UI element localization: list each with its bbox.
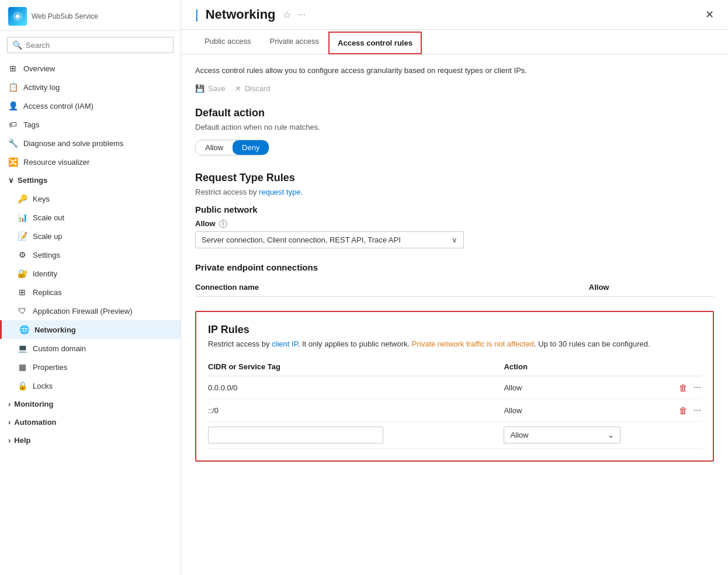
delete-row-button[interactable]: 🗑 xyxy=(679,406,688,415)
discard-button[interactable]: ✕ Discard xyxy=(235,84,271,93)
ip-rules-description: Restrict access by client IP. It only ap… xyxy=(208,340,701,348)
cidr-input[interactable] xyxy=(208,427,383,444)
request-type-rules-title: Request Type Rules xyxy=(195,172,714,184)
ip-rule-row: ::/0 Allow 🗑 ··· xyxy=(208,399,701,422)
sidebar-item-scale-up[interactable]: 📝 Scale up xyxy=(0,227,181,245)
sidebar-item-access-control[interactable]: 👤 Access control (IAM) xyxy=(0,96,181,115)
sidebar-item-label: Properties xyxy=(33,363,67,372)
sidebar-item-activity-log[interactable]: 📋 Activity log xyxy=(0,78,181,96)
allow-col: Allow xyxy=(589,278,714,297)
sidebar-item-label: Keys xyxy=(33,195,50,203)
save-button[interactable]: 💾 Save xyxy=(195,84,226,93)
sidebar-item-label: Activity log xyxy=(23,83,60,92)
chevron-down-icon: ∨ xyxy=(8,176,14,185)
replicas-icon: ⊞ xyxy=(18,288,27,297)
chevron-down-icon: ⌄ xyxy=(608,431,614,439)
sidebar-item-diagnose[interactable]: 🔧 Diagnose and solve problems xyxy=(0,134,181,153)
sidebar-item-replicas[interactable]: ⊞ Replicas xyxy=(0,283,181,302)
sidebar-item-label: Settings xyxy=(33,251,60,259)
more-row-options-button[interactable]: ··· xyxy=(694,405,701,415)
sidebar-item-label: Identity xyxy=(33,269,57,278)
tab-bar: Public access Private access Access cont… xyxy=(181,30,728,54)
custom-domain-icon: 💻 xyxy=(18,344,27,353)
sidebar-nav: ⊞ Overview 📋 Activity log 👤 Access contr… xyxy=(0,59,181,575)
more-options-icon[interactable]: ··· xyxy=(298,9,306,20)
favorite-star-icon[interactable]: ☆ xyxy=(283,9,291,20)
sidebar-item-identity[interactable]: 🔐 Identity xyxy=(0,264,181,283)
topbar-pipe: | xyxy=(195,7,199,22)
app-firewall-icon: 🛡 xyxy=(18,306,27,316)
action-dropdown[interactable]: Allow ⌄ xyxy=(504,427,620,444)
main-content: | Networking ☆ ··· ✕ Public access Priva… xyxy=(181,0,728,575)
settings-section-label: Settings xyxy=(18,176,47,185)
ip-rules-title: IP Rules xyxy=(208,324,701,336)
tab-public-access[interactable]: Public access xyxy=(195,30,260,54)
sidebar-item-app-firewall[interactable]: 🛡 Application Firewall (Preview) xyxy=(0,302,181,320)
ip-rules-table: CIDR or Service Tag Action 0.0.0.0/0 All… xyxy=(208,358,701,449)
action-value: Allow xyxy=(504,399,605,422)
diagnose-icon: 🔧 xyxy=(8,138,18,148)
search-container[interactable]: 🔍 xyxy=(7,37,174,53)
sidebar-item-overview[interactable]: ⊞ Overview xyxy=(0,59,181,78)
action-dropdown-value: Allow xyxy=(510,431,528,439)
more-row-options-button[interactable]: ··· xyxy=(694,382,701,393)
tab-access-control-rules[interactable]: Access control rules xyxy=(328,32,422,54)
overview-icon: ⊞ xyxy=(8,64,18,73)
allow-toggle-button[interactable]: Allow xyxy=(196,140,233,155)
networking-icon: 🌐 xyxy=(19,325,29,334)
action-col-header: Action xyxy=(504,358,605,376)
sidebar-item-resource-visualizer[interactable]: 🔀 Resource visualizer xyxy=(0,153,181,171)
connection-type-dropdown[interactable]: Server connection, Client connection, RE… xyxy=(195,231,464,248)
default-action-desc: Default action when no rule matches. xyxy=(195,123,714,131)
sidebar-item-label: Scale out xyxy=(33,213,64,222)
activity-log-icon: 📋 xyxy=(8,82,18,92)
tags-icon: 🏷 xyxy=(8,120,18,129)
row-actions: 🗑 ··· xyxy=(605,405,701,415)
sidebar-item-custom-domain[interactable]: 💻 Custom domain xyxy=(0,339,181,358)
access-control-icon: 👤 xyxy=(8,101,18,110)
automation-section-label: Automation xyxy=(14,418,56,427)
private-endpoint-title: Private endpoint connections xyxy=(195,262,714,272)
close-button[interactable]: ✕ xyxy=(705,8,714,21)
sidebar-item-scale-out[interactable]: 📊 Scale out xyxy=(0,208,181,227)
delete-row-button[interactable]: 🗑 xyxy=(679,383,688,393)
sidebar-item-label: Access control (IAM) xyxy=(23,102,93,110)
scale-out-icon: 📊 xyxy=(18,213,27,222)
search-icon: 🔍 xyxy=(12,40,22,50)
content-area: Access control rules allow you to config… xyxy=(181,54,728,575)
sidebar-item-locks[interactable]: 🔒 Locks xyxy=(0,376,181,395)
sidebar-item-label: Networking xyxy=(34,325,76,334)
sidebar-item-networking[interactable]: 🌐 Networking xyxy=(0,320,181,339)
request-type-rules-desc: Restrict access by request type. xyxy=(195,188,714,196)
chevron-right-icon: › xyxy=(8,418,11,427)
cidr-value: 0.0.0.0/0 xyxy=(208,376,504,399)
sidebar-item-properties[interactable]: ▦ Properties xyxy=(0,358,181,376)
info-icon[interactable]: i xyxy=(219,220,227,228)
sidebar-item-label: Locks xyxy=(33,382,53,390)
tab-private-access[interactable]: Private access xyxy=(260,30,328,54)
search-input[interactable] xyxy=(26,41,168,50)
chevron-right-icon: › xyxy=(8,436,11,445)
cidr-value: ::/0 xyxy=(208,399,504,422)
automation-section-header[interactable]: › Automation xyxy=(0,413,181,431)
allow-deny-toggle: Allow Deny xyxy=(195,140,269,155)
page-title: Networking xyxy=(206,7,276,22)
settings-section-header[interactable]: ∨ Settings xyxy=(0,171,181,189)
sidebar-item-tags[interactable]: 🏷 Tags xyxy=(0,115,181,134)
monitoring-section-header[interactable]: › Monitoring xyxy=(0,395,181,413)
deny-toggle-button[interactable]: Deny xyxy=(233,140,269,155)
sidebar-header: Web PubSub Service xyxy=(0,0,181,31)
sidebar-item-label: Resource visualizer xyxy=(23,158,89,167)
sidebar-item-label: Scale up xyxy=(33,232,63,241)
sidebar-item-keys[interactable]: 🔑 Keys xyxy=(0,189,181,208)
properties-icon: ▦ xyxy=(18,362,27,372)
client-ip-link[interactable]: client IP xyxy=(272,340,298,348)
toolbar: 💾 Save ✕ Discard xyxy=(195,84,714,93)
endpoint-table: Connection name Allow xyxy=(195,278,714,297)
sidebar-item-settings[interactable]: ⚙ Settings xyxy=(0,245,181,264)
brand-label: Web PubSub Service xyxy=(32,12,98,20)
scale-up-icon: 📝 xyxy=(18,231,27,241)
connection-name-col: Connection name xyxy=(195,278,589,297)
row-actions: 🗑 ··· xyxy=(605,382,701,393)
help-section-header[interactable]: › Help xyxy=(0,431,181,449)
